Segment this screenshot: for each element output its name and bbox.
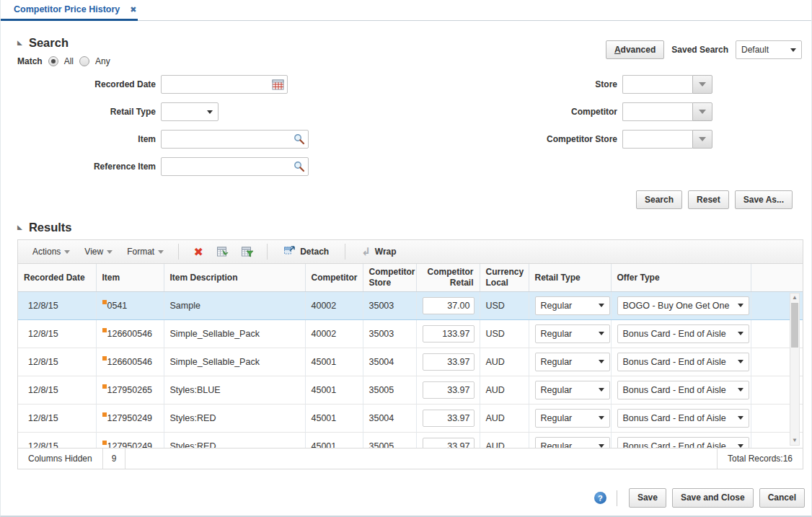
save-button[interactable]: Save xyxy=(629,488,666,507)
results-grid: Recorded Date Item Item Description Comp… xyxy=(18,264,803,448)
reference-item-label: Reference Item xyxy=(17,162,156,172)
store-combobox[interactable] xyxy=(622,75,712,94)
wrap-button[interactable]: ↲ Wrap xyxy=(354,245,403,258)
col-header-retail-type[interactable]: Retail Type xyxy=(529,264,611,291)
chevron-down-icon xyxy=(64,250,70,254)
col-header-competitor[interactable]: Competitor xyxy=(305,264,363,291)
col-header-item[interactable]: Item xyxy=(96,264,164,291)
export-to-excel-icon[interactable] xyxy=(212,243,234,260)
match-any-radio[interactable] xyxy=(79,56,89,66)
query-by-example-icon[interactable] xyxy=(237,243,258,260)
search-lov-icon[interactable] xyxy=(294,133,305,148)
modified-indicator-icon xyxy=(102,356,107,361)
competitor-dropdown-button[interactable] xyxy=(692,102,712,121)
competitor-store-dropdown-button[interactable] xyxy=(692,130,712,149)
results-collapse-icon[interactable]: ◣ xyxy=(17,224,22,231)
store-dropdown-button[interactable] xyxy=(692,75,712,94)
chevron-down-icon xyxy=(738,304,743,307)
tab-bar: Competitor Price History ✖ xyxy=(1,0,811,21)
col-header-item-description[interactable]: Item Description xyxy=(164,264,305,291)
results-panel: Actions View Format ✖ Detach xyxy=(17,239,803,469)
competitor-retail-input[interactable] xyxy=(423,325,475,343)
competitor-price-history-window: Competitor Price History ✖ ◣ Search AAdv… xyxy=(0,0,812,517)
calendar-icon[interactable] xyxy=(272,79,284,94)
reference-item-input[interactable] xyxy=(162,158,308,175)
col-header-recorded-date[interactable]: Recorded Date xyxy=(18,264,96,291)
chevron-down-icon xyxy=(599,416,604,420)
retail-type-select[interactable]: Regular xyxy=(535,324,610,343)
reset-button[interactable]: Reset xyxy=(688,190,729,209)
table-row[interactable]: 12/8/15 127950249 Styles:RED 45001 35005… xyxy=(18,432,803,448)
vertical-scrollbar[interactable]: ▲ ▼ xyxy=(790,293,800,446)
scrollbar-thumb[interactable] xyxy=(791,303,798,348)
competitor-retail-input[interactable] xyxy=(423,410,475,427)
col-header-competitor-store[interactable]: Competitor Store xyxy=(363,264,416,291)
competitor-store-combobox[interactable] xyxy=(622,130,712,149)
retail-type-select[interactable]: Regular xyxy=(535,296,610,315)
competitor-retail-input[interactable] xyxy=(423,381,475,399)
help-icon[interactable]: ? xyxy=(594,492,606,504)
competitor-input[interactable] xyxy=(622,102,692,121)
recorded-date-label: Recorded Date xyxy=(17,79,156,89)
item-input[interactable] xyxy=(162,131,308,148)
chevron-down-icon xyxy=(738,388,743,392)
total-records: Total Records:16 xyxy=(717,448,803,469)
view-menu[interactable]: View xyxy=(79,244,118,260)
offer-type-select[interactable]: Bonus Card - End of Aisle xyxy=(617,381,749,399)
col-header-offer-type[interactable]: Offer Type xyxy=(611,264,751,291)
competitor-retail-input[interactable] xyxy=(423,353,475,371)
competitor-retail-input[interactable] xyxy=(423,297,475,314)
competitor-store-input[interactable] xyxy=(622,130,692,149)
retail-type-select[interactable]: Regular xyxy=(535,381,610,399)
tab-title: Competitor Price History xyxy=(14,4,120,14)
item-label: Item xyxy=(17,134,156,144)
actions-menu[interactable]: Actions xyxy=(27,244,76,260)
save-and-close-button[interactable]: Save and Close xyxy=(672,488,754,507)
modified-indicator-icon xyxy=(102,328,107,332)
table-row[interactable]: 12/8/15 127950249 Styles:RED 45001 35004… xyxy=(18,404,803,432)
match-all-radio[interactable] xyxy=(48,56,58,66)
toolbar-separator xyxy=(345,244,345,260)
chevron-down-icon xyxy=(599,444,604,448)
tab-close-icon[interactable]: ✖ xyxy=(130,5,136,14)
search-section: ◣ Search AAdvanceddvanced Saved Search D… xyxy=(17,36,802,209)
scroll-up-icon[interactable]: ▲ xyxy=(790,293,799,302)
offer-type-select[interactable]: Bonus Card - End of Aisle xyxy=(617,353,749,371)
table-row[interactable]: 12/8/15 126600546 Simple_Sellable_Pack 4… xyxy=(18,348,803,376)
competitor-retail-input[interactable] xyxy=(423,438,475,448)
format-menu[interactable]: Format xyxy=(121,244,169,260)
results-toolbar: Actions View Format ✖ Detach xyxy=(18,240,803,264)
advanced-button[interactable]: AAdvanceddvanced xyxy=(606,40,664,59)
offer-type-select[interactable]: Bonus Card - End of Aisle xyxy=(617,324,749,343)
retail-type-select[interactable]: Regular xyxy=(535,353,610,371)
table-row[interactable]: 12/8/15 126600546 Simple_Sellable_Pack 4… xyxy=(18,319,803,348)
search-lov-icon[interactable] xyxy=(294,161,305,175)
retail-type-select[interactable]: Regular xyxy=(535,409,610,428)
retail-type-dropdown[interactable] xyxy=(161,102,219,121)
table-row[interactable]: 12/8/15 0541 Sample 40002 35003 USD Regu… xyxy=(18,291,803,319)
col-header-competitor-retail[interactable]: Competitor Retail xyxy=(416,264,480,291)
scroll-down-icon[interactable]: ▼ xyxy=(790,436,799,445)
retail-type-select[interactable]: Regular xyxy=(535,437,610,448)
offer-type-select[interactable]: Bonus Card - End of Aisle xyxy=(617,409,749,428)
search-collapse-icon[interactable]: ◣ xyxy=(17,40,22,46)
table-row[interactable]: 12/8/15 127950265 Styles:BLUE 45001 3500… xyxy=(18,376,803,404)
tab-competitor-price-history[interactable]: Competitor Price History ✖ xyxy=(1,0,148,19)
save-as-button[interactable]: Save As... xyxy=(735,190,793,209)
col-header-empty xyxy=(751,264,803,291)
competitor-combobox[interactable] xyxy=(622,102,712,121)
competitor-label: Competitor xyxy=(421,107,617,117)
match-any-label: Any xyxy=(95,56,110,66)
store-input[interactable] xyxy=(622,75,692,94)
delete-icon[interactable]: ✖ xyxy=(187,243,209,260)
chevron-down-icon xyxy=(699,110,706,114)
cancel-button[interactable]: Cancel xyxy=(759,488,805,507)
saved-search-dropdown[interactable]: Default xyxy=(736,40,802,59)
detach-button[interactable]: Detach xyxy=(276,244,336,259)
offer-type-select[interactable]: BOGO - Buy One Get One xyxy=(617,296,749,315)
toolbar-separator xyxy=(267,244,268,260)
recorded-date-input[interactable] xyxy=(162,76,287,93)
offer-type-select[interactable]: Bonus Card - End of Aisle xyxy=(617,437,749,448)
col-header-currency-local[interactable]: Currency Local xyxy=(480,264,529,291)
search-button[interactable]: Search xyxy=(636,190,682,209)
